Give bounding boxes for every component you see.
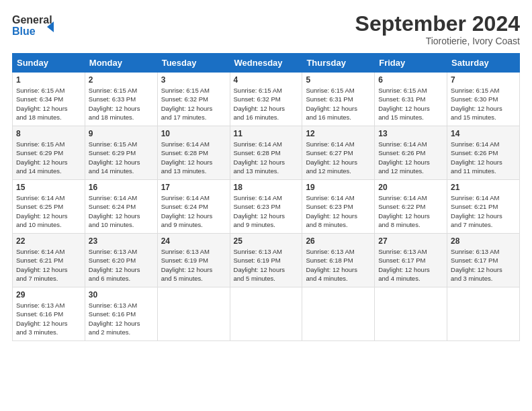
day-number: 9 bbox=[89, 129, 154, 138]
calendar-cell: 23Sunrise: 6:13 AM Sunset: 6:20 PM Dayli… bbox=[85, 234, 157, 287]
day-detail: Sunrise: 6:15 AM Sunset: 6:33 PM Dayligh… bbox=[89, 86, 154, 122]
location: Tiorotierie, Ivory Coast bbox=[355, 36, 520, 46]
calendar-week-1: 1Sunrise: 6:15 AM Sunset: 6:34 PM Daylig… bbox=[13, 73, 520, 126]
day-detail: Sunrise: 6:14 AM Sunset: 6:23 PM Dayligh… bbox=[306, 193, 371, 229]
calendar-cell: 8Sunrise: 6:15 AM Sunset: 6:29 PM Daylig… bbox=[13, 126, 85, 180]
calendar-cell: 11Sunrise: 6:14 AM Sunset: 6:28 PM Dayli… bbox=[230, 126, 302, 180]
day-number: 2 bbox=[89, 75, 154, 85]
calendar-cell: 29Sunrise: 6:13 AM Sunset: 6:16 PM Dayli… bbox=[13, 287, 85, 341]
calendar: SundayMondayTuesdayWednesdayThursdayFrid… bbox=[12, 53, 520, 341]
day-number: 8 bbox=[16, 129, 81, 138]
calendar-cell: 17Sunrise: 6:14 AM Sunset: 6:24 PM Dayli… bbox=[157, 180, 230, 234]
calendar-cell: 30Sunrise: 6:13 AM Sunset: 6:16 PM Dayli… bbox=[85, 287, 157, 341]
day-detail: Sunrise: 6:14 AM Sunset: 6:22 PM Dayligh… bbox=[378, 193, 443, 229]
day-detail: Sunrise: 6:13 AM Sunset: 6:20 PM Dayligh… bbox=[89, 247, 154, 283]
calendar-cell: 28Sunrise: 6:13 AM Sunset: 6:17 PM Dayli… bbox=[447, 234, 520, 287]
day-detail: Sunrise: 6:14 AM Sunset: 6:27 PM Dayligh… bbox=[306, 140, 371, 175]
calendar-header-row: SundayMondayTuesdayWednesdayThursdayFrid… bbox=[13, 54, 520, 73]
day-number: 26 bbox=[306, 236, 371, 246]
day-detail: Sunrise: 6:14 AM Sunset: 6:26 PM Dayligh… bbox=[378, 140, 443, 175]
calendar-header-monday: Monday bbox=[85, 54, 157, 73]
day-number: 19 bbox=[306, 183, 371, 192]
day-number: 20 bbox=[378, 183, 443, 192]
calendar-cell: 20Sunrise: 6:14 AM Sunset: 6:22 PM Dayli… bbox=[375, 180, 447, 234]
calendar-cell: 9Sunrise: 6:15 AM Sunset: 6:29 PM Daylig… bbox=[85, 126, 157, 180]
calendar-header-thursday: Thursday bbox=[302, 54, 375, 73]
month-title: September 2024 bbox=[355, 12, 520, 36]
calendar-header-friday: Friday bbox=[375, 54, 447, 73]
day-detail: Sunrise: 6:15 AM Sunset: 6:29 PM Dayligh… bbox=[89, 140, 154, 175]
day-detail: Sunrise: 6:14 AM Sunset: 6:28 PM Dayligh… bbox=[234, 140, 299, 175]
day-number: 22 bbox=[16, 236, 81, 246]
calendar-week-2: 8Sunrise: 6:15 AM Sunset: 6:29 PM Daylig… bbox=[13, 126, 520, 180]
day-number: 24 bbox=[161, 236, 226, 246]
day-detail: Sunrise: 6:14 AM Sunset: 6:24 PM Dayligh… bbox=[161, 193, 226, 229]
day-detail: Sunrise: 6:13 AM Sunset: 6:16 PM Dayligh… bbox=[89, 301, 154, 336]
calendar-cell: 4Sunrise: 6:15 AM Sunset: 6:32 PM Daylig… bbox=[230, 73, 302, 126]
day-number: 28 bbox=[451, 236, 516, 246]
calendar-cell: 21Sunrise: 6:14 AM Sunset: 6:21 PM Dayli… bbox=[447, 180, 520, 234]
calendar-header-wednesday: Wednesday bbox=[230, 54, 302, 73]
day-detail: Sunrise: 6:13 AM Sunset: 6:17 PM Dayligh… bbox=[451, 247, 516, 283]
calendar-cell: 2Sunrise: 6:15 AM Sunset: 6:33 PM Daylig… bbox=[85, 73, 157, 126]
page: GeneralBlue September 2024 Tiorotierie, … bbox=[0, 0, 532, 411]
day-number: 11 bbox=[234, 129, 299, 138]
svg-text:General: General bbox=[12, 14, 52, 26]
title-block: September 2024 Tiorotierie, Ivory Coast bbox=[355, 12, 520, 46]
calendar-week-3: 15Sunrise: 6:14 AM Sunset: 6:25 PM Dayli… bbox=[13, 180, 520, 234]
calendar-cell: 7Sunrise: 6:15 AM Sunset: 6:30 PM Daylig… bbox=[447, 73, 520, 126]
calendar-cell: 16Sunrise: 6:14 AM Sunset: 6:24 PM Dayli… bbox=[85, 180, 157, 234]
day-detail: Sunrise: 6:13 AM Sunset: 6:17 PM Dayligh… bbox=[378, 247, 443, 283]
calendar-cell: 24Sunrise: 6:13 AM Sunset: 6:19 PM Dayli… bbox=[157, 234, 230, 287]
day-number: 13 bbox=[378, 129, 443, 138]
day-detail: Sunrise: 6:13 AM Sunset: 6:19 PM Dayligh… bbox=[161, 247, 226, 283]
calendar-cell: 3Sunrise: 6:15 AM Sunset: 6:32 PM Daylig… bbox=[157, 73, 230, 126]
calendar-header-tuesday: Tuesday bbox=[157, 54, 230, 73]
svg-text:Blue: Blue bbox=[12, 26, 36, 37]
day-detail: Sunrise: 6:13 AM Sunset: 6:16 PM Dayligh… bbox=[16, 301, 81, 336]
calendar-cell: 27Sunrise: 6:13 AM Sunset: 6:17 PM Dayli… bbox=[375, 234, 447, 287]
header: GeneralBlue September 2024 Tiorotierie, … bbox=[12, 12, 520, 46]
day-number: 16 bbox=[89, 183, 154, 192]
calendar-cell: 10Sunrise: 6:14 AM Sunset: 6:28 PM Dayli… bbox=[157, 126, 230, 180]
calendar-cell bbox=[375, 287, 447, 341]
day-detail: Sunrise: 6:13 AM Sunset: 6:19 PM Dayligh… bbox=[234, 247, 299, 283]
day-number: 1 bbox=[16, 75, 81, 85]
calendar-cell: 12Sunrise: 6:14 AM Sunset: 6:27 PM Dayli… bbox=[302, 126, 375, 180]
calendar-week-5: 29Sunrise: 6:13 AM Sunset: 6:16 PM Dayli… bbox=[13, 287, 520, 341]
calendar-cell: 15Sunrise: 6:14 AM Sunset: 6:25 PM Dayli… bbox=[13, 180, 85, 234]
calendar-cell bbox=[230, 287, 302, 341]
day-detail: Sunrise: 6:14 AM Sunset: 6:26 PM Dayligh… bbox=[451, 140, 516, 175]
calendar-cell: 18Sunrise: 6:14 AM Sunset: 6:23 PM Dayli… bbox=[230, 180, 302, 234]
day-number: 25 bbox=[234, 236, 299, 246]
day-detail: Sunrise: 6:15 AM Sunset: 6:32 PM Dayligh… bbox=[161, 86, 226, 122]
calendar-header-sunday: Sunday bbox=[13, 54, 85, 73]
day-number: 3 bbox=[161, 75, 226, 85]
day-detail: Sunrise: 6:14 AM Sunset: 6:28 PM Dayligh… bbox=[161, 140, 226, 175]
day-detail: Sunrise: 6:15 AM Sunset: 6:31 PM Dayligh… bbox=[378, 86, 443, 122]
calendar-header-saturday: Saturday bbox=[447, 54, 520, 73]
calendar-cell: 22Sunrise: 6:14 AM Sunset: 6:21 PM Dayli… bbox=[13, 234, 85, 287]
day-number: 12 bbox=[306, 129, 371, 138]
day-number: 30 bbox=[89, 290, 154, 300]
day-detail: Sunrise: 6:15 AM Sunset: 6:31 PM Dayligh… bbox=[306, 86, 371, 122]
day-number: 21 bbox=[451, 183, 516, 192]
logo-svg: GeneralBlue bbox=[12, 12, 59, 39]
logo: GeneralBlue bbox=[12, 12, 59, 39]
calendar-cell: 25Sunrise: 6:13 AM Sunset: 6:19 PM Dayli… bbox=[230, 234, 302, 287]
day-detail: Sunrise: 6:15 AM Sunset: 6:32 PM Dayligh… bbox=[234, 86, 299, 122]
day-number: 17 bbox=[161, 183, 226, 192]
day-number: 7 bbox=[451, 75, 516, 85]
day-number: 5 bbox=[306, 75, 371, 85]
day-number: 6 bbox=[378, 75, 443, 85]
day-detail: Sunrise: 6:15 AM Sunset: 6:29 PM Dayligh… bbox=[16, 140, 81, 175]
day-number: 18 bbox=[234, 183, 299, 192]
day-number: 27 bbox=[378, 236, 443, 246]
calendar-cell: 13Sunrise: 6:14 AM Sunset: 6:26 PM Dayli… bbox=[375, 126, 447, 180]
day-number: 15 bbox=[16, 183, 81, 192]
day-detail: Sunrise: 6:14 AM Sunset: 6:25 PM Dayligh… bbox=[16, 193, 81, 229]
day-number: 29 bbox=[16, 290, 81, 300]
calendar-cell: 5Sunrise: 6:15 AM Sunset: 6:31 PM Daylig… bbox=[302, 73, 375, 126]
calendar-cell: 19Sunrise: 6:14 AM Sunset: 6:23 PM Dayli… bbox=[302, 180, 375, 234]
day-number: 4 bbox=[234, 75, 299, 85]
